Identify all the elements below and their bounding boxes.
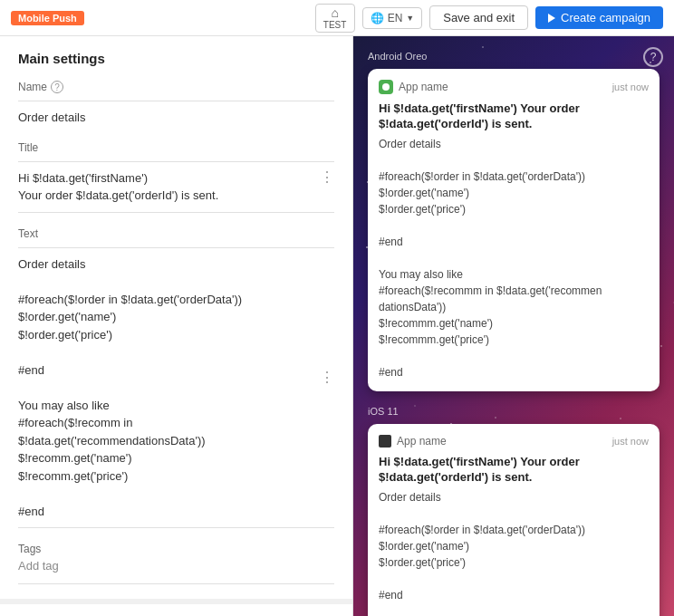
ios-notif-time: just now — [612, 436, 649, 447]
language-button[interactable]: 🌐 EN ▼ — [362, 7, 423, 29]
test-button[interactable]: ⌂ TEST — [315, 4, 355, 33]
home-icon: ⌂ — [331, 5, 338, 20]
android-app-icon — [379, 80, 393, 94]
tags-label: Tags — [18, 543, 334, 555]
left-panel: Main settings Name ? Order details Title… — [0, 36, 353, 616]
tags-field-group: Tags Add tag — [18, 543, 334, 584]
section-divider — [0, 599, 352, 604]
ios-preview-label: iOS 11 — [368, 406, 660, 417]
create-campaign-button[interactable]: Create campaign — [535, 6, 663, 29]
topbar: Mobile Push ⌂ TEST 🌐 EN ▼ Save and exit … — [0, 0, 674, 36]
android-app-name: App name — [399, 81, 448, 93]
mobile-push-badge: Mobile Push — [11, 11, 84, 25]
add-tag[interactable]: Add tag — [18, 559, 334, 573]
name-field-group: Name ? Order details — [18, 81, 334, 127]
android-preview-label: Android Oreo — [368, 51, 660, 62]
ios-app-name: App name — [397, 435, 447, 448]
title-field-group: Title Hi $!data.get('firstName') Your or… — [18, 141, 334, 213]
android-notif-title: Hi $!data.get('firstName') Your order $!… — [379, 101, 649, 132]
android-notif-header: App name just now — [379, 80, 649, 94]
ios-notif-header: App name just now — [379, 435, 649, 448]
help-button[interactable]: ? — [643, 47, 663, 67]
ios-notif-title: Hi $!data.get('firstName') Your order $!… — [379, 455, 649, 486]
text-value[interactable]: Order details #foreach($!order in $!data… — [18, 255, 334, 521]
resize-handle[interactable]: ⋮ — [320, 168, 334, 185]
right-panel: ? Android Oreo App name just now Hi $!da… — [353, 36, 674, 616]
test-label: TEST — [323, 20, 347, 30]
save-exit-button[interactable]: Save and exit — [429, 5, 528, 30]
text-resize-handle[interactable]: ⋮ — [320, 369, 334, 386]
create-campaign-label: Create campaign — [561, 11, 650, 24]
chevron-down-icon: ▼ — [406, 14, 414, 23]
android-notif-body: Order details #foreach($!order in $!data… — [379, 136, 649, 380]
android-notification-card: App name just now Hi $!data.get('firstNa… — [368, 69, 660, 391]
name-help-icon[interactable]: ? — [51, 81, 63, 93]
ios-app-icon — [379, 435, 391, 448]
title-value[interactable]: Hi $!data.get('firstName') Your order $!… — [18, 169, 334, 205]
android-notif-time: just now — [612, 82, 649, 92]
title-label: Title — [18, 141, 334, 154]
ios-notif-body: Order details #foreach($!order in $!data… — [379, 489, 649, 616]
text-field-group: Text Order details #foreach($!order in $… — [18, 227, 334, 529]
lang-label: EN — [388, 12, 403, 24]
text-label: Text — [18, 227, 334, 240]
name-label: Name ? — [18, 81, 334, 93]
main-settings-title: Main settings — [18, 51, 334, 66]
play-icon — [548, 14, 555, 23]
globe-icon: 🌐 — [371, 12, 384, 24]
name-value[interactable]: Order details — [18, 109, 334, 127]
main-layout: Main settings Name ? Order details Title… — [0, 36, 674, 616]
ios-notification-card: App name just now Hi $!data.get('firstNa… — [368, 424, 660, 616]
